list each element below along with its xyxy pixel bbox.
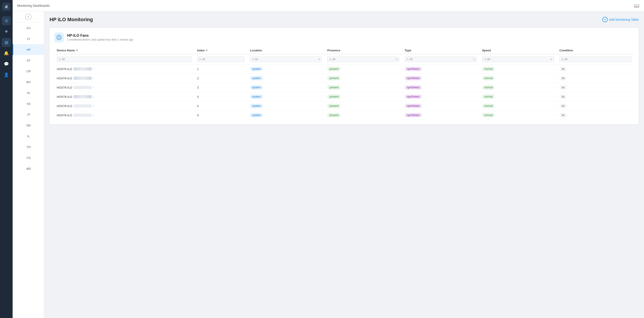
expand-row-button[interactable]: › [93,77,94,80]
location-cell: system [247,65,325,74]
add-monitoring-table-button[interactable]: + Add Monitoring Table [602,17,638,22]
presence-cell: present [324,101,402,111]
sidebar-item-IL[interactable]: IL [12,131,44,142]
expand-row-button[interactable]: › [93,114,94,117]
expand-row-button[interactable]: › [93,104,94,108]
location-badge: system [250,94,263,99]
location-cell: system [247,92,325,101]
speed-badge: normal [482,104,495,108]
type-filter[interactable]: ⇅ All ▾ [405,57,477,62]
add-table-label: Add Monitoring Table [609,18,638,22]
condition-cell: ok [557,101,634,111]
table-row: HOST6-ILO › 1systempresentspinDetectnorm… [54,65,634,74]
filter-condition: ⇅ All [557,54,634,65]
nav-grid-icon[interactable]: ⊞ [2,16,11,25]
filter-placeholder7: All [564,58,567,61]
sidebar-item-MD[interactable]: MD [12,163,44,174]
sidebar-item-TO[interactable]: TO [12,142,44,152]
sidebar-item-ND[interactable]: ND [12,120,44,131]
expand-row-button[interactable]: › [93,95,94,98]
index-sort-icon[interactable]: ⇅ [206,49,208,52]
device-name-cell: HOST6-ILO › [54,92,194,101]
type-cell: spinDetect [402,92,480,101]
filter-placeholder4: All [332,58,335,61]
filter-sort-icon3: ⇅ [252,58,254,61]
device-name-blurred [74,95,92,98]
plus-circle-icon: + [602,17,608,22]
device-name-blurred [74,104,92,108]
speed-filter[interactable]: ⇅ All ▾ [482,57,554,62]
condition-cell: ok [557,74,634,83]
condition-cell: ok [557,111,634,120]
presence-badge: present [327,85,341,90]
type-badge: spinDetect [405,113,422,117]
filter-index: ⇅ All [194,54,247,65]
location-filter[interactable]: ⇅ All ▾ [250,57,322,62]
expand-row-button[interactable]: › [93,86,94,89]
type-cell: spinDetect [402,111,480,120]
device-name-label: Device Name [57,49,75,52]
nav-dashboard-icon[interactable]: ▦ [2,38,11,47]
sidebar-item-SS[interactable]: SS [12,98,44,109]
nav-user-icon[interactable]: 👤 [2,70,11,79]
device-name-text: HOST6-ILO [57,67,72,71]
sidebar-item-CS[interactable]: CS [12,152,44,163]
condition-badge: ok [559,76,567,81]
location-label: Location [250,49,262,52]
sidebar-add-button[interactable]: + [12,11,44,23]
main-content: HP iLO Monitoring + Add Monitoring Table [44,11,644,318]
top-header: Monitoring Dashboards 📖 [12,0,644,11]
device-name-filter[interactable]: ⇅ All [57,57,192,62]
condition-cell: ok [557,83,634,92]
speed-cell: normal [480,74,557,83]
table-row: HOST6-ILO › 6systempresentspinDetectnorm… [54,111,634,120]
sidebar-item-JT[interactable]: JT [12,109,44,120]
device-name-sort-icon[interactable]: ⇅ [76,49,78,52]
th-speed: Speed [480,47,557,54]
sidebar-item-CA[interactable]: CA [12,23,44,33]
th-device-name: Device Name ⇅ [54,47,194,54]
expand-row-button[interactable]: › [93,67,94,71]
sidebar-item-IH[interactable]: IH [12,88,44,98]
sidebar-item-WY[interactable]: WY [12,77,44,88]
filter-sort-icon: ⇅ [59,58,61,61]
app-logo: d [2,3,10,11]
nav-cube-icon[interactable]: ❖ [2,27,11,36]
sidebar-item-ST[interactable]: ST [12,55,44,66]
main-area: Monitoring Dashboards 📖 + CA CI HP ST CR… [12,0,644,318]
device-name-blurred [74,114,92,117]
device-name-cell: HOST6-ILO › [54,111,194,120]
device-name-text: HOST6-ILO [57,114,72,117]
presence-cell: present [324,65,402,74]
nav-chat-icon[interactable]: 💬 [2,60,11,69]
device-name-text: HOST6-ILO [57,104,72,108]
condition-badge: ok [559,85,567,90]
sidebar-item-HP[interactable]: HP [12,44,44,55]
sidebar-item-CR[interactable]: CR [12,66,44,77]
condition-badge: ok [559,113,567,117]
presence-filter[interactable]: ⇅ All ▾ [327,57,399,62]
filter-placeholder: All [62,58,65,61]
type-cell: spinDetect [402,74,480,83]
location-badge: system [250,85,263,90]
type-badge: spinDetect [405,94,422,99]
type-cell: spinDetect [402,65,480,74]
index-cell: 2 [194,74,247,83]
sidebar-item-CI[interactable]: CI [12,33,44,44]
presence-cell: present [324,74,402,83]
condition-filter[interactable]: ⇅ All [559,57,632,62]
presence-badge: present [327,94,341,99]
book-icon[interactable]: 📖 [634,3,640,8]
table-row: HOST6-ILO › 3systempresentspinDetectnorm… [54,83,634,92]
presence-label: Presence [327,49,340,52]
speed-cell: normal [480,65,557,74]
filter-placeholder5: All [410,58,412,61]
type-badge: spinDetect [405,104,422,108]
nav-bell-icon[interactable]: 🔔 [2,49,11,58]
type-dropdown-icon: ▾ [473,58,475,61]
index-filter[interactable]: ⇅ All [197,57,244,62]
th-presence: Presence [324,47,402,54]
page-header: HP iLO Monitoring + Add Monitoring Table [50,17,638,23]
type-label: Type [405,49,411,52]
card-title: HP-ILO Fans [67,34,133,38]
